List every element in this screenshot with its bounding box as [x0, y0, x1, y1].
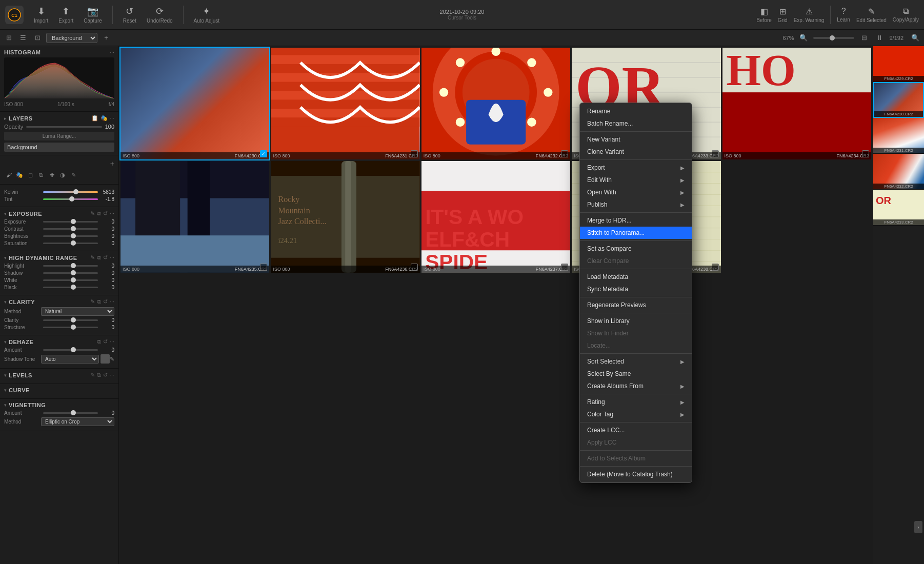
ctx-new-variant[interactable]: New Variant [580, 133, 692, 146]
photo-cell-8[interactable]: IT'S A WO ELF&CH SPIDE ISO 800 FN6A4237.… [421, 161, 570, 273]
opacity-slider[interactable] [26, 126, 102, 128]
photo-check-7[interactable] [411, 264, 418, 271]
edit-selected-button[interactable]: ✎ Edit Selected [856, 7, 887, 23]
clarity-options-icon[interactable]: ··· [110, 298, 114, 305]
heal-tool[interactable]: ✚ [47, 170, 56, 179]
thumbnail-4[interactable]: FN6A4232.CR2 [873, 154, 924, 190]
white-thumb[interactable] [71, 277, 76, 283]
reset-button[interactable]: ↺ Reset [123, 6, 136, 24]
vignetting-amount-slider[interactable] [43, 412, 98, 414]
highlight-thumb[interactable] [71, 263, 76, 268]
add-tool-button[interactable]: + [110, 159, 114, 168]
list-view-button[interactable]: ☰ [17, 32, 29, 44]
saturation-thumb[interactable] [71, 240, 76, 246]
contrast-thumb[interactable] [71, 226, 76, 231]
exposure-header[interactable]: ▾ Exposure ✎ ⧉ ↺ ··· [4, 210, 114, 217]
ctx-color-tag[interactable]: Color Tag ▶ [580, 408, 692, 420]
highlight-slider[interactable] [43, 265, 98, 267]
dehaze-copy-icon[interactable]: ⧉ [97, 338, 101, 345]
saturation-slider[interactable] [43, 243, 98, 244]
shadow-thumb[interactable] [71, 270, 76, 275]
undo-redo-button[interactable]: ⟳ Undo/Redo [147, 6, 173, 24]
ctx-batch-rename[interactable]: Batch Rename... [580, 117, 692, 130]
clone-tool[interactable]: ⧉ [36, 170, 46, 179]
levels-reset-icon[interactable]: ↺ [103, 372, 108, 378]
eraser-tool[interactable]: ◻ [26, 170, 35, 179]
shadow-tone-select[interactable]: Auto [41, 355, 99, 364]
ctx-set-compare[interactable]: Set as Compare [580, 243, 692, 255]
ctx-stitch-panorama[interactable]: Stitch to Panorama... [580, 227, 692, 239]
thumbnail-2[interactable]: FN6A4230.CR2 [873, 82, 924, 118]
dehaze-eyedropper-icon[interactable]: ✎ [110, 356, 114, 362]
gradient-tool[interactable]: ◑ [58, 170, 67, 179]
dehaze-amount-thumb[interactable] [71, 347, 76, 352]
ctx-load-metadata[interactable]: Load Metadata [580, 271, 692, 283]
hdr-options-icon[interactable]: ··· [110, 254, 114, 261]
structure-thumb[interactable] [71, 325, 76, 330]
ctx-merge-hdr[interactable]: Merge to HDR... [580, 214, 692, 227]
ctx-regen-previews[interactable]: Regenerate Previews [580, 299, 692, 311]
ctx-edit-with[interactable]: Edit With ▶ [580, 174, 692, 186]
copy-apply-button[interactable]: ⧉ Copy/Apply [893, 7, 919, 23]
vignetting-header[interactable]: ▾ Vignetting [4, 402, 114, 408]
grid-view-button[interactable]: ⊞ [3, 32, 14, 44]
clarity-copy-icon[interactable]: ⧉ [97, 298, 101, 305]
thumbnail-1[interactable]: FN6A4229.CR2 [873, 46, 924, 82]
photo-check-8[interactable] [561, 264, 568, 271]
grid-button[interactable]: ⊞ Grid [778, 7, 788, 23]
black-thumb[interactable] [71, 285, 76, 290]
levels-options-icon[interactable]: ··· [110, 372, 114, 378]
auto-adjust-button[interactable]: ✦ Auto Adjust [194, 6, 220, 24]
exposure-options-icon[interactable]: ··· [110, 210, 114, 217]
dehaze-reset-icon[interactable]: ↺ [103, 338, 108, 345]
add-album-button[interactable]: + [101, 32, 112, 44]
zoom-slider[interactable] [813, 37, 854, 39]
dehaze-options-icon[interactable]: ··· [110, 338, 114, 345]
exposure-copy-icon[interactable]: ⧉ [97, 210, 101, 217]
layers-add-icon[interactable]: 📋 [91, 115, 98, 122]
layers-header[interactable]: ▸ Layers 📋 🎭 ··· [4, 115, 114, 122]
ctx-create-albums[interactable]: Create Albums From ▶ [580, 380, 692, 392]
ctx-create-lcc[interactable]: Create LCC... [580, 424, 692, 436]
photo-check-9[interactable] [712, 264, 719, 271]
ctx-show-library[interactable]: Show in Library [580, 315, 692, 327]
pause-button[interactable]: ⏸ [874, 32, 885, 44]
photo-cell-1[interactable]: ISO 800 FN6A4230.CR2 ✓ [120, 48, 269, 159]
ctx-export[interactable]: Export ▶ [580, 162, 692, 174]
hdr-edit-icon[interactable]: ✎ [90, 254, 95, 261]
luma-range-button[interactable]: Luma Range... [4, 132, 114, 140]
clarity-edit-icon[interactable]: ✎ [90, 298, 95, 305]
photo-cell-6[interactable]: ISO 800 FN6A4235.CR2 [120, 161, 269, 273]
histogram-options-icon[interactable]: ··· [110, 49, 114, 55]
exposure-reset-icon[interactable]: ↺ [103, 210, 108, 217]
kelvin-slider[interactable] [43, 191, 98, 193]
learn-button[interactable]: ? Learn [837, 7, 850, 23]
ctx-rename[interactable]: Rename [580, 105, 692, 117]
pencil-tool[interactable]: ✎ [69, 170, 78, 179]
layers-mask-icon[interactable]: 🎭 [101, 115, 108, 122]
tint-thumb[interactable] [69, 196, 74, 202]
hdr-header[interactable]: ▾ High Dynamic Range ✎ ⧉ ↺ ··· [4, 254, 114, 261]
clarity-reset-icon[interactable]: ↺ [103, 298, 108, 305]
ctx-clone-variant[interactable]: Clone Variant [580, 146, 692, 158]
white-slider[interactable] [43, 279, 98, 281]
background-layer[interactable]: Background [4, 143, 114, 152]
levels-copy-icon[interactable]: ⧉ [97, 372, 101, 378]
photo-cell-5[interactable]: HO ISO 800 FN6A4234.CR2 [722, 48, 871, 159]
curve-header[interactable]: ▾ Curve [4, 387, 114, 393]
brightness-slider[interactable] [43, 235, 98, 237]
vignetting-amount-thumb[interactable] [71, 410, 76, 415]
dehaze-header[interactable]: ▾ Dehaze ⧉ ↺ ··· [4, 338, 114, 345]
clarity-slider[interactable] [43, 319, 98, 321]
search-button[interactable]: 🔍 [910, 32, 921, 44]
photo-cell-7[interactable]: Rocky Mountain Jazz Collecti... i24.21 I… [271, 161, 419, 273]
levels-header[interactable]: ▾ Levels ✎ ⧉ ↺ ··· [4, 372, 114, 378]
brush-tool[interactable]: 🖌 [4, 170, 13, 179]
ctx-open-with[interactable]: Open With ▶ [580, 186, 692, 198]
photo-check-1[interactable]: ✓ [260, 150, 267, 157]
levels-edit-icon[interactable]: ✎ [90, 372, 95, 378]
tint-slider[interactable] [43, 198, 98, 200]
exposure-thumb[interactable] [71, 219, 76, 224]
ctx-sync-metadata[interactable]: Sync Metadata [580, 283, 692, 295]
kelvin-thumb[interactable] [73, 189, 78, 194]
